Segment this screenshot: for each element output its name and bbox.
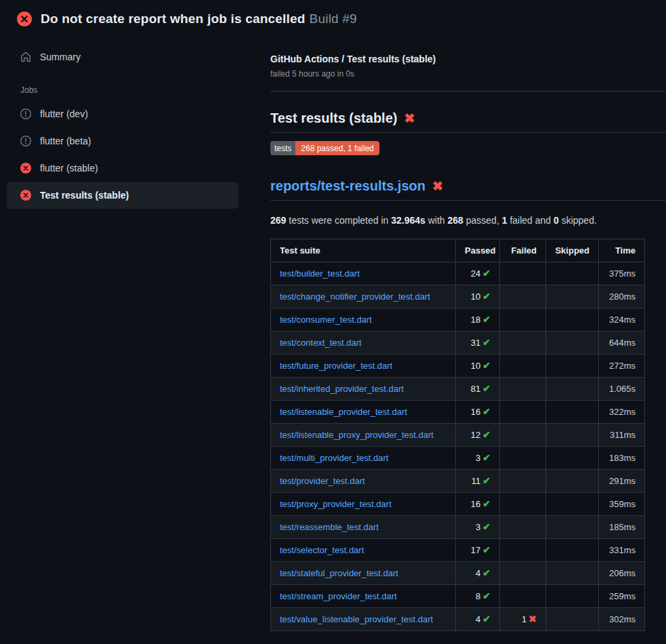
skipped-cell <box>546 424 599 447</box>
test-suite-link[interactable]: test/proxy_provider_test.dart <box>280 499 392 509</box>
passed-cell: 16✔ <box>456 401 500 424</box>
test-suite-cell: test/listenable_proxy_provider_test.dart <box>271 424 456 447</box>
sidebar-item-flutter-beta[interactable]: flutter (beta) <box>7 127 238 155</box>
sidebar-item-summary[interactable]: Summary <box>7 43 238 71</box>
test-suite-link[interactable]: test/selector_test.dart <box>280 545 364 555</box>
failed-cell <box>500 308 546 331</box>
failed-cell-count: 1 <box>522 614 526 624</box>
summary-segment: 268 <box>448 215 463 226</box>
failed-cell <box>500 470 546 493</box>
sidebar-item-flutter-stable[interactable]: flutter (stable) <box>7 155 238 182</box>
sidebar-item-flutter-dev[interactable]: flutter (dev) <box>7 100 238 127</box>
check-icon: ✔ <box>482 521 491 532</box>
time-cell: 375ms <box>599 262 645 285</box>
test-suite-cell: test/stateful_provider_test.dart <box>271 562 456 585</box>
sidebar-item-label: flutter (stable) <box>40 163 98 174</box>
run-meta: failed 5 hours ago in 0s <box>270 69 666 79</box>
summary-segment: 32.964s <box>391 215 425 226</box>
jobs-section-label: Jobs <box>20 85 238 95</box>
test-suite-cell: test/stream_provider_test.dart <box>271 585 456 608</box>
summary-segment: 1 <box>502 215 507 226</box>
results-table-body: test/builder_test.dart24✔375mstest/chang… <box>271 262 645 631</box>
check-icon: ✔ <box>482 360 491 371</box>
failed-cell <box>500 539 546 562</box>
passed-cell: 16✔ <box>456 493 500 516</box>
table-row: test/value_listenable_provider_test.dart… <box>271 608 645 631</box>
passed-cell-count: 3 <box>476 522 480 532</box>
failed-cell <box>500 562 546 585</box>
passed-cell-count: 16 <box>471 499 480 509</box>
test-suite-link[interactable]: test/builder_test.dart <box>280 268 360 279</box>
passed-cell: 3✔ <box>456 447 500 470</box>
time-cell: 302ms <box>599 608 645 631</box>
table-row: test/consumer_test.dart18✔324ms <box>271 308 645 331</box>
stop-exclamation-icon <box>20 136 31 146</box>
test-suite-link[interactable]: test/consumer_test.dart <box>280 315 372 325</box>
test-suite-link[interactable]: test/change_notifier_provider_test.dart <box>280 291 430 302</box>
test-suite-link[interactable]: test/value_listenable_provider_test.dart <box>280 614 433 624</box>
test-suite-cell: test/future_provider_test.dart <box>271 355 456 378</box>
test-suite-cell: test/builder_test.dart <box>271 262 456 285</box>
test-suite-link[interactable]: test/context_test.dart <box>280 338 362 348</box>
time-cell: 185ms <box>599 516 645 539</box>
check-icon: ✔ <box>482 452 491 463</box>
test-suite-link[interactable]: test/listenable_provider_test.dart <box>280 407 407 417</box>
time-cell: 280ms <box>599 285 645 308</box>
test-suite-link[interactable]: test/inherited_provider_test.dart <box>280 384 404 394</box>
skipped-cell <box>546 585 599 608</box>
test-suite-link[interactable]: test/multi_provider_test.dart <box>280 453 388 463</box>
stop-exclamation-icon <box>20 108 31 119</box>
table-row: test/provider_test.dart11✔291ms <box>271 470 645 493</box>
page-header: Do not create report when job is cancell… <box>0 0 666 32</box>
skipped-cell <box>546 539 599 562</box>
skipped-cell <box>546 308 599 331</box>
x-circle-icon <box>20 190 31 201</box>
passed-cell: 81✔ <box>456 378 500 401</box>
test-suite-link[interactable]: test/stream_provider_test.dart <box>280 591 397 601</box>
test-suite-cell: test/selector_test.dart <box>271 539 456 562</box>
sidebar-item-test-results-stable[interactable]: Test results (stable) <box>7 182 238 209</box>
passed-cell: 17✔ <box>456 539 500 562</box>
test-suite-link[interactable]: test/listenable_proxy_provider_test.dart <box>280 430 434 440</box>
sidebar: Summary Jobs flutter (dev)flutter (beta)… <box>0 32 257 209</box>
passed-cell-count: 3 <box>476 453 480 463</box>
check-icon: ✔ <box>482 475 491 486</box>
passed-cell-count: 16 <box>471 407 480 417</box>
report-file-link[interactable]: reports/test-results.json ✖ <box>270 178 666 201</box>
test-suite-link[interactable]: test/reassemble_test.dart <box>280 522 379 532</box>
check-icon: ✔ <box>482 544 491 555</box>
check-icon: ✔ <box>482 613 491 624</box>
test-suite-link[interactable]: test/provider_test.dart <box>280 476 365 486</box>
passed-cell: 11✔ <box>456 470 500 493</box>
check-icon: ✔ <box>482 406 491 417</box>
time-cell: 272ms <box>599 355 645 378</box>
breadcrumb: GitHub Actions / Test results (stable) <box>270 54 666 64</box>
test-suite-cell: test/inherited_provider_test.dart <box>271 378 456 401</box>
skipped-cell <box>546 447 599 470</box>
badge-label: tests <box>270 141 295 155</box>
time-cell: 206ms <box>599 562 645 585</box>
table-header-row: Test suite Passed Failed Skipped Time <box>271 239 645 262</box>
time-cell: 324ms <box>599 308 645 331</box>
passed-cell: 8✔ <box>456 585 500 608</box>
test-suite-link[interactable]: test/future_provider_test.dart <box>280 361 392 371</box>
test-suite-cell: test/reassemble_test.dart <box>271 516 456 539</box>
check-icon: ✔ <box>482 429 491 440</box>
summary-segment: skipped. <box>559 215 597 226</box>
failed-cell <box>500 401 546 424</box>
table-row: test/selector_test.dart17✔331ms <box>271 539 645 562</box>
passed-cell-count: 12 <box>471 430 480 440</box>
failed-cell <box>500 447 546 470</box>
time-cell: 259ms <box>599 585 645 608</box>
table-row: test/proxy_provider_test.dart16✔359ms <box>271 493 645 516</box>
time-cell: 311ms <box>599 424 645 447</box>
passed-cell: 3✔ <box>456 516 500 539</box>
sidebar-item-label: flutter (dev) <box>40 108 88 119</box>
summary-segment: 269 <box>270 215 286 226</box>
sidebar-item-label: flutter (beta) <box>40 136 91 146</box>
table-row: test/builder_test.dart24✔375ms <box>271 262 645 285</box>
table-row: test/multi_provider_test.dart3✔183ms <box>271 447 645 470</box>
test-suite-link[interactable]: test/stateful_provider_test.dart <box>280 568 398 578</box>
test-suite-cell: test/change_notifier_provider_test.dart <box>271 285 456 308</box>
passed-cell: 31✔ <box>456 331 500 355</box>
